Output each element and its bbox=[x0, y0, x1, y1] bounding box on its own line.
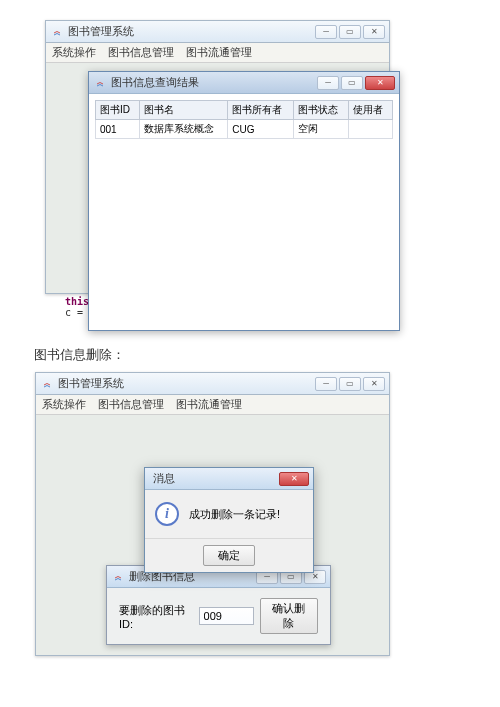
cell-user bbox=[349, 120, 393, 139]
message-titlebar: 消息 ✕ bbox=[145, 468, 313, 490]
delete-book-window: 删除图书信息 ─ ▭ ✕ 要删除的图书ID: 确认删除 bbox=[106, 565, 331, 645]
col-book-name[interactable]: 图书名 bbox=[139, 101, 228, 120]
col-status[interactable]: 图书状态 bbox=[294, 101, 349, 120]
table-header-row: 图书ID 图书名 图书所有者 图书状态 使用者 bbox=[96, 101, 393, 120]
cell-owner: CUG bbox=[228, 120, 294, 139]
maximize-button[interactable]: ▭ bbox=[339, 25, 361, 39]
menu-system[interactable]: 系统操作 bbox=[52, 45, 96, 60]
ok-button[interactable]: 确定 bbox=[203, 545, 255, 566]
minimize-button[interactable]: ─ bbox=[315, 25, 337, 39]
main-titlebar-1: 图书管理系统 ─ ▭ ✕ bbox=[46, 21, 389, 43]
message-body: i 成功删除一条记录! bbox=[145, 490, 313, 538]
cell-id: 001 bbox=[96, 120, 140, 139]
maximize-button[interactable]: ▭ bbox=[341, 76, 363, 90]
java-icon bbox=[111, 570, 125, 584]
minimize-button[interactable]: ─ bbox=[317, 76, 339, 90]
query-body: 图书ID 图书名 图书所有者 图书状态 使用者 001 数据库系统概念 CUG … bbox=[89, 94, 399, 330]
close-button[interactable]: ✕ bbox=[363, 377, 385, 391]
main-title: 图书管理系统 bbox=[68, 24, 315, 39]
minimize-button[interactable]: ─ bbox=[315, 377, 337, 391]
menu-book-info[interactable]: 图书信息管理 bbox=[98, 397, 164, 412]
col-book-id[interactable]: 图书ID bbox=[96, 101, 140, 120]
maximize-button[interactable]: ▭ bbox=[339, 377, 361, 391]
window-controls: ─ ▭ ✕ bbox=[317, 76, 395, 90]
message-text: 成功删除一条记录! bbox=[189, 507, 280, 522]
query-result-window: 图书信息查询结果 ─ ▭ ✕ 图书ID 图书名 图书所有者 图书状态 使用者 bbox=[88, 71, 400, 331]
main-titlebar-2: 图书管理系统 ─ ▭ ✕ bbox=[36, 373, 389, 395]
cell-status: 空闲 bbox=[294, 120, 349, 139]
menubar: 系统操作 图书信息管理 图书流通管理 bbox=[36, 395, 389, 415]
col-user[interactable]: 使用者 bbox=[349, 101, 393, 120]
java-icon bbox=[93, 76, 107, 90]
message-dialog: 消息 ✕ i 成功删除一条记录! 确定 bbox=[144, 467, 314, 573]
java-icon bbox=[50, 25, 64, 39]
menu-circulation[interactable]: 图书流通管理 bbox=[186, 45, 252, 60]
close-button[interactable]: ✕ bbox=[365, 76, 395, 90]
close-button[interactable]: ✕ bbox=[363, 25, 385, 39]
result-table: 图书ID 图书名 图书所有者 图书状态 使用者 001 数据库系统概念 CUG … bbox=[95, 100, 393, 139]
main-window-2: 图书管理系统 ─ ▭ ✕ 系统操作 图书信息管理 图书流通管理 删除图书信息 ─… bbox=[35, 372, 390, 656]
section-delete-label: 图书信息删除： bbox=[34, 346, 490, 364]
menu-book-info[interactable]: 图书信息管理 bbox=[108, 45, 174, 60]
table-row[interactable]: 001 数据库系统概念 CUG 空闲 bbox=[96, 120, 393, 139]
query-title: 图书信息查询结果 bbox=[111, 75, 317, 90]
message-footer: 确定 bbox=[145, 538, 313, 572]
window-controls: ─ ▭ ✕ bbox=[315, 377, 385, 391]
main-window-1: 图书管理系统 ─ ▭ ✕ 系统操作 图书信息管理 图书流通管理 图书信息查询结果… bbox=[45, 20, 390, 294]
delete-id-label: 要删除的图书ID: bbox=[119, 603, 193, 630]
cell-name: 数据库系统概念 bbox=[139, 120, 228, 139]
confirm-delete-button[interactable]: 确认删除 bbox=[260, 598, 318, 634]
window-controls: ─ ▭ ✕ bbox=[315, 25, 385, 39]
delete-body: 要删除的图书ID: 确认删除 bbox=[107, 588, 330, 644]
info-icon: i bbox=[155, 502, 179, 526]
main-client-2: 删除图书信息 ─ ▭ ✕ 要删除的图书ID: 确认删除 消息 ✕ bbox=[36, 415, 389, 655]
java-icon bbox=[40, 377, 54, 391]
menu-system[interactable]: 系统操作 bbox=[42, 397, 86, 412]
message-title: 消息 bbox=[149, 471, 279, 486]
delete-id-input[interactable] bbox=[199, 607, 254, 625]
main-title: 图书管理系统 bbox=[58, 376, 315, 391]
query-titlebar: 图书信息查询结果 ─ ▭ ✕ bbox=[89, 72, 399, 94]
close-button[interactable]: ✕ bbox=[279, 472, 309, 486]
menubar: 系统操作 图书信息管理 图书流通管理 bbox=[46, 43, 389, 63]
col-owner[interactable]: 图书所有者 bbox=[228, 101, 294, 120]
window-controls: ✕ bbox=[279, 472, 309, 486]
menu-circulation[interactable]: 图书流通管理 bbox=[176, 397, 242, 412]
